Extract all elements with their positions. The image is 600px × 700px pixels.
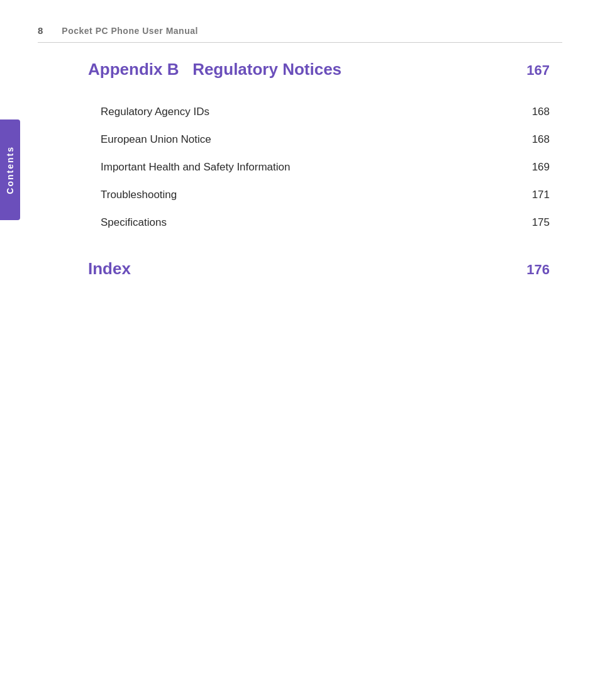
toc-item-page-4: 175 xyxy=(532,216,550,229)
toc-item-page-2: 169 xyxy=(532,161,550,174)
index-title: Index xyxy=(88,259,131,279)
toc-item-0: Regulatory Agency IDs 168 xyxy=(101,98,550,126)
sidebar-tab: Contents xyxy=(0,119,20,220)
toc-item-3: Troubleshooting 171 xyxy=(101,181,550,209)
sidebar-tab-label: Contents xyxy=(5,146,15,194)
toc-item-page-3: 171 xyxy=(532,189,550,201)
toc-item-label-2: Important Health and Safety Information xyxy=(101,161,290,174)
index-page: 176 xyxy=(526,262,550,278)
manual-title: Pocket PC Phone User Manual xyxy=(62,26,198,36)
toc-item-1: European Union Notice 168 xyxy=(101,126,550,153)
page-header: 8 Pocket PC Phone User Manual xyxy=(38,25,562,43)
toc-item-4: Specifications 175 xyxy=(101,209,550,236)
toc-item-label-3: Troubleshooting xyxy=(101,189,177,201)
appendix-b-page: 167 xyxy=(526,62,550,79)
main-content: Appendix B Regulatory Notices 167 Regula… xyxy=(88,60,550,279)
toc-item-label-4: Specifications xyxy=(101,216,167,229)
toc-item-label-0: Regulatory Agency IDs xyxy=(101,106,209,118)
appendix-b-row: Appendix B Regulatory Notices 167 xyxy=(88,60,550,79)
toc-item-2: Important Health and Safety Information … xyxy=(101,153,550,181)
toc-item-page-1: 168 xyxy=(532,133,550,146)
toc-item-label-1: European Union Notice xyxy=(101,133,211,146)
toc-item-page-0: 168 xyxy=(532,106,550,118)
appendix-b-title: Appendix B Regulatory Notices xyxy=(88,60,342,79)
page-number: 8 xyxy=(38,25,43,36)
index-row: Index 176 xyxy=(88,259,550,279)
toc-items: Regulatory Agency IDs 168 European Union… xyxy=(88,98,550,236)
